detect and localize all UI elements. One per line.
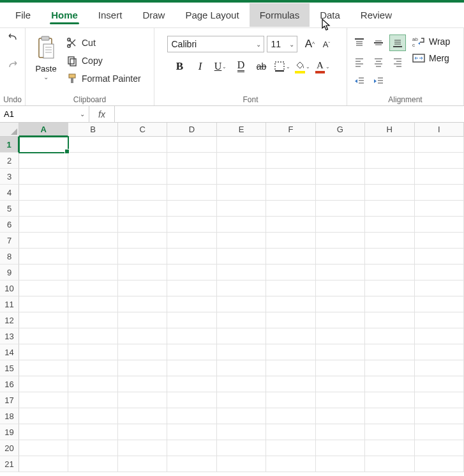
tab-data[interactable]: Data [310,3,350,27]
cell[interactable] [415,440,464,456]
cell[interactable] [365,312,414,328]
cell[interactable] [68,296,117,312]
align-top-button[interactable] [351,35,368,51]
cell[interactable] [68,201,117,217]
cell[interactable] [19,392,68,408]
cell[interactable] [68,185,117,201]
cell[interactable] [118,280,167,296]
cell[interactable] [19,153,68,169]
cell[interactable] [118,408,167,424]
cell[interactable] [118,360,167,376]
cell[interactable] [365,296,414,312]
row-header[interactable]: 10 [0,280,19,296]
row-header[interactable]: 16 [0,376,19,392]
cell[interactable] [118,153,167,169]
tab-page-layout[interactable]: Page Layout [175,3,249,27]
cell[interactable] [118,312,167,328]
chevron-down-icon[interactable]: ⌄ [222,64,227,70]
cell[interactable] [217,296,266,312]
cell[interactable] [316,456,365,472]
row-header[interactable]: 14 [0,344,19,360]
cell[interactable] [19,328,68,344]
cell[interactable] [167,344,216,360]
cell[interactable] [415,376,464,392]
italic-button[interactable]: I [191,58,209,75]
cell[interactable] [68,360,117,376]
cell[interactable] [365,265,414,280]
cell[interactable] [316,376,365,392]
cell[interactable] [266,153,315,169]
fill-color-button[interactable]: ⌄ [294,58,311,75]
cell[interactable] [167,328,216,344]
cell[interactable] [19,376,68,392]
column-header[interactable]: H [365,123,414,137]
cell[interactable] [167,153,216,169]
cell[interactable] [118,328,167,344]
cell[interactable] [19,344,68,360]
tab-insert[interactable]: Insert [88,3,133,27]
cell[interactable] [118,233,167,249]
cell[interactable] [68,265,117,280]
cell[interactable] [415,328,464,344]
align-left-button[interactable] [351,54,368,70]
format-painter-button[interactable]: Format Painter [66,73,141,84]
cell[interactable] [415,201,464,217]
double-underline-button[interactable]: D [232,58,250,75]
cell[interactable] [19,265,68,280]
cell[interactable] [19,456,68,472]
cell[interactable] [217,328,266,344]
cell[interactable] [167,217,216,233]
cell[interactable] [266,201,315,217]
cell[interactable] [68,312,117,328]
cell[interactable] [316,153,365,169]
cell[interactable] [365,280,414,296]
row-header[interactable]: 13 [0,328,19,344]
chevron-down-icon[interactable]: ⌄ [80,111,85,118]
row-header[interactable]: 4 [0,185,19,201]
cell[interactable] [167,312,216,328]
row-header[interactable]: 19 [0,424,19,440]
row-header[interactable]: 8 [0,249,19,265]
cell[interactable] [217,392,266,408]
tab-file[interactable]: File [5,3,41,27]
cell[interactable] [118,137,167,153]
chevron-down-icon[interactable]: ⌄ [286,64,290,70]
cell[interactable] [19,424,68,440]
chevron-down-icon[interactable]: ⌄ [326,64,330,70]
align-middle-button[interactable] [370,35,387,51]
cell[interactable] [19,296,68,312]
cell[interactable] [365,233,414,249]
cell[interactable] [167,137,216,153]
cell[interactable] [217,201,266,217]
cell[interactable] [266,233,315,249]
cell[interactable] [167,233,216,249]
column-header[interactable]: E [217,123,266,137]
cell[interactable] [118,456,167,472]
cell[interactable] [365,201,414,217]
cell[interactable] [266,328,315,344]
cell[interactable] [217,265,266,280]
cell[interactable] [118,296,167,312]
row-header[interactable]: 11 [0,296,19,312]
cell[interactable] [19,280,68,296]
cell[interactable] [19,408,68,424]
cell[interactable] [217,137,266,153]
cell[interactable] [316,169,365,185]
row-header[interactable]: 9 [0,265,19,280]
redo-button[interactable] [6,58,20,74]
decrease-indent-button[interactable] [351,73,368,89]
cell[interactable] [365,424,414,440]
cell[interactable] [415,392,464,408]
tab-review[interactable]: Review [350,3,402,27]
column-header[interactable]: G [316,123,365,137]
fx-button[interactable]: fx [89,106,115,122]
row-header[interactable]: 1 [0,137,19,153]
cell[interactable] [316,328,365,344]
cell[interactable] [68,328,117,344]
cell[interactable] [266,137,315,153]
font-name-select[interactable]: Calibri ⌄ [167,36,264,52]
cell[interactable] [118,265,167,280]
chevron-down-icon[interactable]: ⌄ [43,73,49,81]
name-box[interactable]: ⌄ [0,106,89,122]
cell[interactable] [316,265,365,280]
